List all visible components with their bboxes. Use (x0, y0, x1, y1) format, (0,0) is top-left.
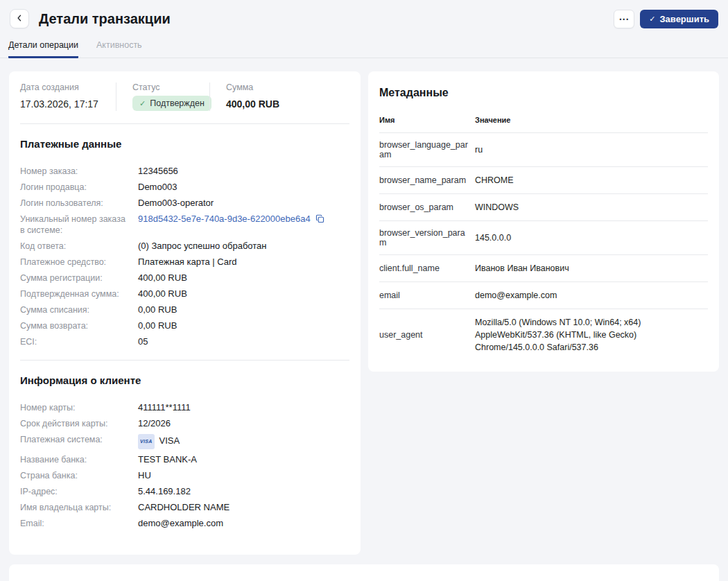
metadata-name: email (379, 290, 475, 300)
detail-row: Подтвержденная сумма:400,00 RUB (20, 288, 349, 300)
tab-1[interactable]: Активность (96, 37, 142, 58)
detail-label: Логин продавца: (20, 182, 138, 193)
payment-data-section: Платежные данные Номер заказа:12345656Ло… (9, 138, 361, 347)
metadata-row: user_agentMozilla/5.0 (Windows NT 10.0; … (379, 309, 708, 361)
detail-row: Сумма регистрации:400,00 RUB (20, 272, 349, 284)
copy-icon[interactable] (315, 214, 324, 223)
payment-system-name: VISA (159, 435, 180, 446)
metadata-col-value: Значение (475, 116, 708, 124)
summary-created: Дата создания 17.03.2026, 17:17 (20, 83, 116, 111)
detail-value: TEST BANK-A (138, 454, 197, 465)
detail-value: 411111**1111 (138, 402, 191, 413)
detail-value: 12345656 (138, 166, 178, 177)
detail-row: Страна банка:HU (20, 470, 349, 481)
products-title: Товары (20, 578, 708, 581)
status-label: Статус (132, 83, 209, 92)
more-actions-button[interactable]: ... (614, 10, 634, 28)
metadata-title: Метаданные (379, 87, 708, 99)
metadata-name: browser_name_param (379, 175, 475, 185)
tab-0[interactable]: Детали операции (8, 37, 78, 58)
page-header: Детали транзакции ... ✓ Завершить (0, 0, 728, 31)
metadata-name: browser_version_param (379, 228, 475, 248)
check-icon: ✓ (649, 15, 655, 23)
tab-bar: Детали операцииАктивность (0, 37, 728, 58)
detail-value: (0) Запрос успешно обработан (138, 241, 267, 252)
order-uuid-link[interactable]: 918d5432-5e7e-740a-9d3e-622000ebe6a4 (138, 214, 311, 224)
metadata-table-header: Имя Значение (379, 106, 708, 133)
page-title: Детали транзакции (39, 11, 171, 27)
metadata-value: ru (475, 144, 708, 156)
detail-row: Логин продавца:Demo003 (20, 182, 349, 193)
metadata-value: 145.0.0.0 (475, 232, 708, 244)
detail-label: Срок действия карты: (20, 418, 138, 429)
metadata-row: browser_os_paramWINDOWS (379, 194, 708, 221)
detail-value: 918d5432-5e7e-740a-9d3e-622000ebe6a4 (138, 214, 324, 225)
detail-value: 400,00 RUB (138, 272, 187, 284)
status-badge: ✓ Подтвержден (132, 96, 211, 111)
metadata-name: user_agent (379, 330, 475, 340)
check-icon: ✓ (139, 99, 146, 108)
divider (20, 123, 349, 124)
detail-value: demo@example.com (138, 518, 223, 529)
detail-label: Платежная система: (20, 434, 138, 445)
metadata-value: Mozilla/5.0 (Windows NT 10.0; Win64; x64… (475, 316, 708, 354)
detail-row: IP-адрес:5.44.169.182 (20, 486, 349, 497)
metadata-row: browser_version_param145.0.0.0 (379, 221, 708, 255)
detail-label: Страна банка: (20, 470, 138, 481)
detail-label: Email: (20, 518, 138, 529)
detail-row: Название банка:TEST BANK-A (20, 454, 349, 465)
detail-row: Сумма возврата:0,00 RUB (20, 320, 349, 331)
detail-row: Уникальный номер заказа в системе:918d54… (20, 214, 349, 236)
detail-value: 05 (138, 336, 148, 347)
created-label: Дата создания (20, 83, 116, 92)
content-area: Дата создания 17.03.2026, 17:17 Статус ✓… (0, 58, 728, 581)
detail-row: Номер карты:411111**1111 (20, 402, 349, 413)
detail-label: Уникальный номер заказа в системе: (20, 214, 138, 236)
metadata-name: client.full_name (379, 263, 475, 273)
detail-label: IP-адрес: (20, 486, 138, 497)
summary-row: Дата создания 17.03.2026, 17:17 Статус ✓… (9, 71, 361, 111)
metadata-table-body: browser_language_paramrubrowser_name_par… (379, 133, 708, 361)
client-section-title: Информация о клиенте (20, 374, 349, 386)
created-value: 17.03.2026, 17:17 (20, 98, 116, 110)
detail-row: Сумма списания:0,00 RUB (20, 304, 349, 315)
metadata-row: client.full_nameИванов Иван Иванович (379, 255, 708, 282)
client-rows: Номер карты:411111**1111Срок действия ка… (20, 402, 349, 529)
detail-row: Имя владельца карты:CARDHOLDER NAME (20, 502, 349, 513)
back-button[interactable] (10, 9, 29, 28)
metadata-row: browser_name_paramCHROME (379, 167, 708, 194)
detail-value: Платежная карта | Card (138, 257, 237, 268)
detail-row: Платежная система:VISAVISA (20, 434, 349, 449)
finish-button[interactable]: ✓ Завершить (640, 10, 718, 28)
finish-button-label: Завершить (659, 14, 709, 24)
detail-value: HU (138, 470, 151, 481)
detail-row: ECI:05 (20, 336, 349, 347)
metadata-value: WINDOWS (475, 201, 708, 214)
metadata-value: demo@example.com (475, 289, 708, 302)
detail-row: Логин пользователя:Demo003-operator (20, 198, 349, 209)
detail-label: Сумма списания: (20, 304, 138, 315)
detail-value: 400,00 RUB (138, 288, 187, 300)
detail-row: Платежное средство:Платежная карта | Car… (20, 257, 349, 268)
metadata-value: CHROME (475, 174, 708, 187)
visa-logo-icon: VISA (138, 434, 155, 449)
payment-section-title: Платежные данные (20, 138, 349, 150)
amount-value: 400,00 RUB (226, 98, 349, 110)
detail-label: Сумма возврата: (20, 320, 138, 331)
detail-label: Номер карты: (20, 402, 138, 413)
detail-label: Сумма регистрации: (20, 272, 138, 284)
detail-value: VISAVISA (138, 434, 180, 449)
detail-label: Название банка: (20, 454, 138, 465)
detail-value: 12/2026 (138, 418, 171, 429)
metadata-col-name: Имя (379, 116, 475, 124)
divider (20, 360, 349, 361)
detail-label: Платежное средство: (20, 257, 138, 268)
client-info-section: Информация о клиенте Номер карты:411111*… (9, 374, 361, 555)
metadata-row: emaildemo@example.com (379, 282, 708, 309)
detail-label: Подтвержденная сумма: (20, 288, 138, 300)
metadata-card: Метаданные Имя Значение browser_language… (368, 71, 719, 372)
chevron-left-icon (15, 12, 24, 25)
summary-amount: Сумма 400,00 RUB (209, 83, 349, 111)
detail-value: 0,00 RUB (138, 304, 177, 315)
operation-details-card: Дата создания 17.03.2026, 17:17 Статус ✓… (9, 71, 361, 555)
